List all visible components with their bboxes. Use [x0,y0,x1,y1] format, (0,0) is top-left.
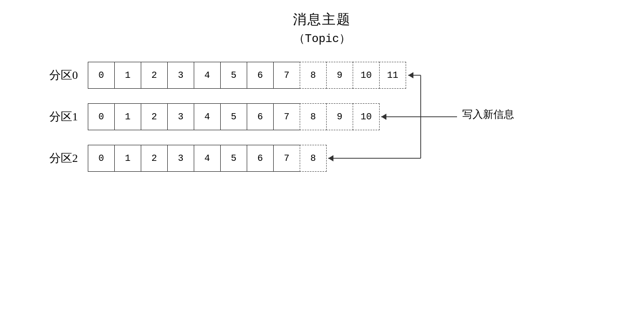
partition-row-2: 分区2 0 1 2 3 4 5 6 7 8 [36,145,608,172]
cell-1-3: 3 [167,103,194,130]
cell-2-5: 5 [220,145,247,172]
cell-1-6: 6 [247,103,274,130]
cell-1-10: 10 [353,103,380,130]
partition-row-0: 分区0 0 1 2 3 4 5 6 7 8 9 10 11 [36,62,608,89]
write-label: 写入新信息 [462,107,514,121]
cell-0-2: 2 [141,62,168,89]
cell-1-9: 9 [326,103,353,130]
cell-1-0: 0 [88,103,115,130]
cell-2-1: 1 [114,145,141,172]
cell-1-2: 2 [141,103,168,130]
cell-1-1: 1 [114,103,141,130]
cell-2-6: 6 [247,145,274,172]
cell-1-8: 8 [300,103,327,130]
cell-0-11: 11 [379,62,406,89]
partition-label-0: 分区0 [36,67,78,83]
partition-label-2: 分区2 [36,150,78,166]
cell-2-7: 7 [273,145,300,172]
cell-0-1: 1 [114,62,141,89]
cell-0-3: 3 [167,62,194,89]
title-english: （Topic） [293,31,351,46]
cell-0-10: 10 [353,62,380,89]
diagram-area: 分区0 0 1 2 3 4 5 6 7 8 9 10 11 分区1 0 [36,62,608,172]
cell-1-7: 7 [273,103,300,130]
cell-2-3: 3 [167,145,194,172]
cell-0-0: 0 [88,62,115,89]
cells-container-0: 0 1 2 3 4 5 6 7 8 9 10 11 [88,62,406,89]
cell-2-4: 4 [194,145,221,172]
cell-2-0: 0 [88,145,115,172]
main-container: 消息主题 （Topic） 分区0 0 1 2 3 4 5 6 7 8 9 10 … [0,0,644,315]
cells-container-2: 0 1 2 3 4 5 6 7 8 [88,145,327,172]
cell-0-4: 4 [194,62,221,89]
cell-1-4: 4 [194,103,221,130]
partition-label-1: 分区1 [36,109,78,125]
cell-2-8: 8 [300,145,327,172]
cell-0-7: 7 [273,62,300,89]
cell-0-6: 6 [247,62,274,89]
cell-0-8: 8 [300,62,327,89]
title-chinese: 消息主题 [293,10,351,29]
cell-2-2: 2 [141,145,168,172]
cell-0-5: 5 [220,62,247,89]
partition-row-1: 分区1 0 1 2 3 4 5 6 7 8 9 10 [36,103,608,130]
title-block: 消息主题 （Topic） [293,10,351,46]
cell-1-5: 5 [220,103,247,130]
cell-0-9: 9 [326,62,353,89]
cells-container-1: 0 1 2 3 4 5 6 7 8 9 10 [88,103,380,130]
